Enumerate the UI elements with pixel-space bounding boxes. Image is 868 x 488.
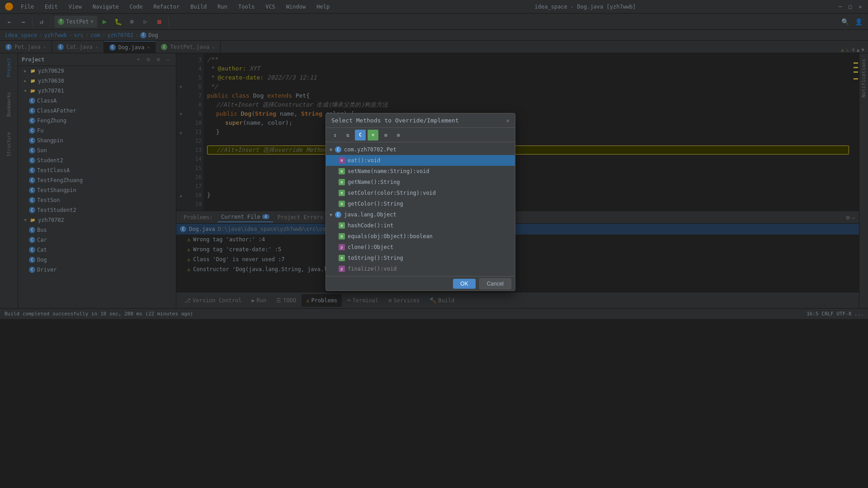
tab-pet-close[interactable]: ✕	[43, 45, 46, 50]
code-editor[interactable]: /** * @author: XYT * @create-date: 2022/…	[203, 53, 853, 211]
tab-cat[interactable]: C Cat.java ✕	[52, 41, 104, 53]
bottom-tab-services[interactable]: ⚙ Services	[384, 294, 424, 307]
cancel-button[interactable]: Cancel	[479, 278, 511, 289]
sidebar-close-btn[interactable]: —	[164, 56, 172, 64]
menu-edit[interactable]: Edit	[41, 3, 61, 11]
align-left-btn[interactable]: ≡	[380, 130, 391, 141]
align-right-btn[interactable]: ≡	[393, 130, 404, 141]
tree-testSon[interactable]: C TestSon	[18, 195, 176, 205]
bottom-tab-problems[interactable]: ⚠ Problems	[302, 294, 342, 307]
tree-car[interactable]: C Car	[18, 235, 176, 245]
search-everywhere-button[interactable]: 🔍	[839, 16, 851, 28]
sidebar-settings-btn[interactable]: ⚙	[154, 56, 162, 64]
tree-testFengZhuang[interactable]: C TestFengZhuang	[18, 175, 176, 185]
tree-yzh70630[interactable]: ▶ 📁 yzh70630	[18, 76, 176, 86]
sidebar-collapse-btn[interactable]: ⊟	[144, 56, 152, 64]
menu-build[interactable]: Build	[187, 3, 210, 11]
tree-dog[interactable]: C Dog	[18, 255, 176, 265]
menu-window[interactable]: Window	[283, 3, 309, 11]
menu-help[interactable]: Help	[313, 3, 333, 11]
tree-shangpin[interactable]: C Shangpin	[18, 136, 176, 145]
menu-navigate[interactable]: Navigate	[89, 3, 123, 11]
tree-bus[interactable]: C Bus	[18, 225, 176, 235]
coverage-button[interactable]: ⚙	[126, 16, 138, 28]
tab-dog-close[interactable]: ✕	[147, 45, 150, 50]
problem-row-1[interactable]: ⚠ Wrong tag 'author:' :4	[176, 235, 859, 244]
modal-method-clone[interactable]: p clone():Object	[326, 242, 515, 253]
settings-icon[interactable]: ⚙	[846, 214, 849, 221]
problem-row-3[interactable]: ⚠ Class 'Dog' is never used :7	[176, 254, 859, 264]
account-button[interactable]: 👤	[853, 16, 864, 28]
modal-group-pet[interactable]: ▼ C com.yzh70702.Pet	[326, 144, 515, 155]
modal-method-setColor[interactable]: m setColor(color:String):void	[326, 188, 515, 198]
modal-group-object[interactable]: ▼ C java.lang.Object	[326, 209, 515, 220]
modal-method-equals[interactable]: m equals(obj:Object):boolean	[326, 231, 515, 242]
problem-row-2[interactable]: ⚠ Wrong tag 'create-date:' :5	[176, 244, 859, 254]
breadcrumb-yzh7wwb[interactable]: yzh7wwb	[44, 32, 67, 38]
tab-testpet-close[interactable]: ✕	[212, 45, 215, 50]
menu-tools[interactable]: Tools	[235, 3, 258, 11]
modal-method-toString[interactable]: m toString():String	[326, 253, 515, 263]
breadcrumb-src[interactable]: src	[74, 32, 84, 38]
tree-testStudent2[interactable]: C TestStudent2	[18, 205, 176, 215]
sync-button[interactable]: ↺	[36, 16, 47, 28]
breadcrumb-root[interactable]: idea_space	[5, 32, 37, 38]
modal-method-hashCode[interactable]: m hashCode():int	[326, 220, 515, 231]
sidebar-add-btn[interactable]: +	[134, 56, 142, 64]
problem-row-4[interactable]: ⚠ Constructor 'Dog(java.lang.String, jav…	[176, 264, 859, 274]
notifications-label[interactable]: Notifications	[860, 55, 868, 101]
bottom-tab-vcs[interactable]: ⎇ Version Control	[180, 294, 246, 307]
nav-up[interactable]: ▲	[857, 47, 860, 53]
tree-son[interactable]: C Son	[18, 145, 176, 155]
tree-driver[interactable]: C Driver	[18, 265, 176, 275]
modal-close-button[interactable]: ✕	[506, 117, 509, 124]
run-with-profiler[interactable]: ▷	[140, 16, 151, 28]
tree-fu[interactable]: C Fu	[18, 126, 176, 136]
sort-alpha-btn[interactable]: ↕	[330, 130, 340, 141]
menu-file[interactable]: File	[17, 3, 38, 11]
maximize-button[interactable]: □	[847, 4, 854, 10]
menu-refactor[interactable]: Refactor	[150, 3, 183, 11]
run-button[interactable]: ▶	[99, 16, 111, 28]
tree-cat[interactable]: C Cat	[18, 245, 176, 255]
tree-classA[interactable]: C ClassA	[18, 96, 176, 106]
project-tool-btn[interactable]: Project	[5, 55, 12, 80]
tree-fengZhung[interactable]: C FengZhung	[18, 116, 176, 126]
bottom-tab-run[interactable]: ▶ Run	[247, 294, 271, 307]
bookmarks-tool-btn[interactable]: Bookmarks	[5, 89, 12, 119]
close-panel-icon[interactable]: —	[852, 214, 855, 221]
breadcrumb-dog[interactable]: Dog	[148, 32, 158, 38]
tree-yzh70701[interactable]: ▼ 📂 yzh70701	[18, 86, 176, 96]
forward-button[interactable]: →	[17, 16, 29, 28]
tree-classAFather[interactable]: C ClassAFather	[18, 106, 176, 116]
tab-dog[interactable]: C Dog.java ✕	[104, 41, 156, 53]
add-btn[interactable]: +	[368, 130, 378, 141]
bottom-tab-todo[interactable]: ☰ TODO	[272, 294, 301, 307]
sort-order-btn[interactable]: ⇅	[342, 130, 353, 141]
debug-button[interactable]: 🐛	[113, 16, 124, 28]
run-config-selector[interactable]: T TestPet ▼	[54, 16, 97, 28]
tab-project-errors[interactable]: Project Errors	[274, 212, 327, 222]
menu-run[interactable]: Run	[214, 3, 231, 11]
minimize-button[interactable]: ─	[837, 4, 844, 10]
tree-student2[interactable]: C Student2	[18, 155, 176, 165]
menu-vcs[interactable]: VCS	[262, 3, 279, 11]
tab-cat-close[interactable]: ✕	[95, 45, 98, 50]
breadcrumb-com[interactable]: com	[90, 32, 100, 38]
bottom-tab-terminal[interactable]: ⌨ Terminal	[343, 294, 383, 307]
tree-yzh70702[interactable]: ▼ 📂 yzh70702	[18, 215, 176, 225]
nav-down[interactable]: ▼	[861, 47, 864, 53]
back-button[interactable]: ←	[4, 16, 15, 28]
breadcrumb-yzh70702[interactable]: yzh70702	[107, 32, 133, 38]
modal-method-eat[interactable]: m eat():void	[326, 155, 515, 166]
ok-button[interactable]: OK	[453, 279, 475, 289]
tree-testClassA[interactable]: C TestClassA	[18, 165, 176, 175]
tree-testShangpin[interactable]: C TestShangpin	[18, 185, 176, 195]
modal-method-setName[interactable]: m setName(name:String):void	[326, 166, 515, 177]
modal-method-getName[interactable]: m getName():String	[326, 177, 515, 188]
show-class-btn[interactable]: C	[355, 130, 366, 141]
stop-button[interactable]: ⏹	[153, 16, 165, 28]
menu-code[interactable]: Code	[126, 3, 146, 11]
tab-testpet[interactable]: C TestPet.java ✕	[156, 41, 221, 53]
modal-method-getColor[interactable]: m getColor():String	[326, 198, 515, 209]
